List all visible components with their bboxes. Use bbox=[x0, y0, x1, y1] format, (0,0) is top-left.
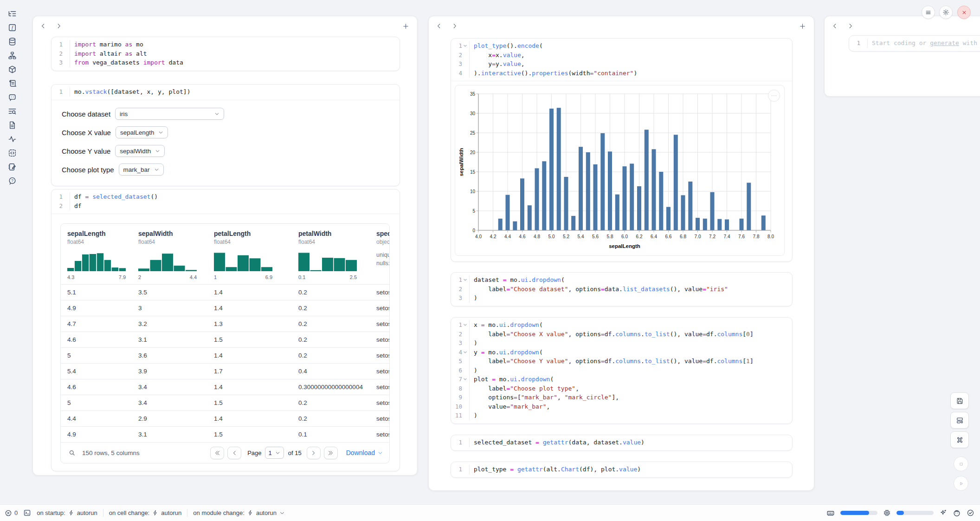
ai-assistant-button[interactable] bbox=[939, 509, 947, 517]
fold-icon[interactable] bbox=[462, 350, 468, 354]
download-button[interactable]: Download bbox=[346, 449, 383, 456]
bar-chart[interactable]: 4.04.24.44.64.85.05.25.45.65.86.06.26.46… bbox=[458, 88, 783, 252]
column-forward-button[interactable] bbox=[53, 20, 64, 32]
cell-vstack[interactable]: 1mo.vstack([dataset, x, y, plot]) Choose… bbox=[51, 84, 400, 186]
sidebar-icon-snippets[interactable] bbox=[5, 121, 19, 130]
sidebar-icon-tracing[interactable] bbox=[5, 135, 19, 143]
svg-text:6.6: 6.6 bbox=[665, 234, 672, 239]
sidebar-icon-ai-chat[interactable] bbox=[5, 93, 19, 102]
save-button[interactable] bbox=[950, 392, 969, 409]
copilot-button[interactable] bbox=[953, 509, 961, 517]
chart-menu-button[interactable] bbox=[768, 90, 780, 102]
fold-icon[interactable] bbox=[462, 323, 468, 327]
cell-xy-plot-dropdowns[interactable]: 1x = mo.ui.dropdown(2 label="Choose X va… bbox=[451, 317, 793, 424]
svg-text:4.4: 4.4 bbox=[504, 234, 511, 239]
cell-dataframe[interactable]: 1df = selected_dataset()2df sepalLengthf… bbox=[51, 189, 400, 471]
column-back-button[interactable] bbox=[829, 20, 840, 32]
add-cell-button[interactable] bbox=[796, 20, 808, 32]
table-row[interactable]: 4.931.40.2setosa bbox=[61, 300, 389, 316]
last-page-button[interactable] bbox=[324, 447, 338, 459]
svg-text:30: 30 bbox=[470, 111, 476, 116]
sidebar-icon-scratchpad[interactable] bbox=[5, 163, 19, 171]
svg-text:4.6: 4.6 bbox=[519, 234, 526, 239]
page-select[interactable]: 1 bbox=[265, 447, 284, 459]
column-histogram[interactable] bbox=[67, 251, 132, 273]
column-dtype: object bbox=[376, 239, 389, 245]
table-cell: setosa bbox=[370, 305, 389, 312]
table-row[interactable]: 53.41.50.2setosa bbox=[61, 395, 389, 410]
keyboard-shortcuts-button[interactable] bbox=[950, 431, 969, 448]
cell-dataset-dropdown[interactable]: 1dataset = mo.ui.dropdown(2 label="Choos… bbox=[451, 272, 793, 306]
svg-text:0: 0 bbox=[472, 228, 475, 233]
runtime-startup-mode[interactable]: on startup: autorun bbox=[37, 509, 97, 516]
column-header-petalLength[interactable]: petalLengthfloat6416.9 bbox=[207, 230, 292, 280]
y-value-select[interactable]: sepalWidth bbox=[115, 145, 165, 157]
error-count-badge[interactable]: 0 bbox=[5, 509, 18, 517]
column-histogram[interactable] bbox=[298, 251, 370, 273]
table-cell: 3.4 bbox=[132, 399, 207, 406]
table-row[interactable]: 4.63.41.40.30000000000000004setosa bbox=[61, 379, 389, 395]
add-cell-button[interactable] bbox=[400, 20, 412, 32]
column-header-petalWidth[interactable]: petalWidthfloat640.12.5 bbox=[292, 230, 370, 280]
sidebar-icon-functions[interactable]: f bbox=[5, 23, 19, 32]
sidebar-icon-help[interactable]: ? bbox=[5, 176, 19, 185]
runtime-module-change-mode[interactable]: on module change: autorun bbox=[193, 509, 285, 516]
settings-button[interactable] bbox=[939, 6, 953, 19]
table-row[interactable]: 4.63.11.50.2setosa bbox=[61, 332, 389, 347]
svg-text:10: 10 bbox=[470, 189, 476, 194]
table-row[interactable]: 4.42.91.40.2setosa bbox=[61, 410, 389, 426]
sidebar-icon-documentation[interactable] bbox=[5, 107, 19, 116]
dataset-select[interactable]: iris bbox=[115, 108, 224, 120]
cell-selected-dataset[interactable]: 1selected_dataset = getattr(data, datase… bbox=[451, 435, 793, 451]
stop-button[interactable] bbox=[954, 456, 968, 471]
cell-plot[interactable]: 1plot_type().encode(2 x=x.value,3 y=y.va… bbox=[451, 38, 793, 262]
table-cell: setosa bbox=[370, 336, 389, 343]
terminal-button[interactable] bbox=[23, 509, 31, 517]
plot-type-select[interactable]: mark_bar bbox=[119, 163, 164, 176]
chevron-right-icon bbox=[56, 23, 62, 29]
chevron-down-icon bbox=[275, 450, 280, 456]
connection-status[interactable] bbox=[967, 509, 974, 517]
layout-button[interactable] bbox=[950, 412, 969, 429]
run-all-button[interactable] bbox=[954, 476, 968, 491]
fold-icon[interactable] bbox=[462, 377, 468, 381]
cell-empty-new[interactable]: 1Start coding or generate with AI. bbox=[849, 35, 980, 52]
layout-icon bbox=[956, 417, 964, 424]
column-header-species[interactable]: speciesobjectunique:nulls: bbox=[370, 230, 389, 280]
code-line: 9 options=["mark_bar", "mark_circle"], bbox=[451, 393, 792, 402]
prev-page-button[interactable] bbox=[227, 447, 241, 459]
column-header-sepalWidth[interactable]: sepalWidthfloat6424.4 bbox=[132, 230, 207, 280]
sidebar-icon-logs[interactable] bbox=[5, 79, 19, 88]
column-back-button[interactable] bbox=[38, 20, 49, 32]
dropdown-row: Choose X valuesepalLength bbox=[62, 126, 390, 139]
cell-imports[interactable]: 1import marimo as mo2import altair as al… bbox=[51, 37, 400, 71]
table-row[interactable]: 4.93.11.50.1setosa bbox=[61, 426, 389, 442]
table-search-button[interactable] bbox=[68, 449, 76, 456]
line-number: 1 bbox=[52, 88, 63, 95]
table-row[interactable]: 5.13.51.40.2setosa bbox=[61, 284, 389, 300]
cell-plot-type[interactable]: 1plot_type = getattr(alt.Chart(df), plot… bbox=[451, 462, 793, 478]
column-header-sepalLength[interactable]: sepalLengthfloat644.37.9 bbox=[61, 230, 132, 280]
line-number: 1 bbox=[849, 39, 860, 46]
column-forward-button[interactable] bbox=[449, 20, 460, 32]
sidebar-icon-data-sources[interactable] bbox=[5, 37, 19, 46]
column-back-button[interactable] bbox=[433, 20, 445, 32]
sidebar-icon-packages[interactable] bbox=[5, 65, 19, 74]
table-row[interactable]: 4.73.21.30.2setosa bbox=[61, 316, 389, 332]
sidebar-icon-dependency-graph[interactable] bbox=[5, 51, 19, 60]
sidebar-icon-outputs[interactable] bbox=[5, 149, 19, 157]
column-forward-button[interactable] bbox=[845, 20, 856, 32]
fold-icon[interactable] bbox=[462, 278, 468, 282]
shutdown-button[interactable] bbox=[957, 6, 971, 19]
x-value-select[interactable]: sepalLength bbox=[116, 126, 168, 138]
notebook-menu-button[interactable] bbox=[922, 6, 935, 19]
next-page-button[interactable] bbox=[307, 447, 321, 459]
fold-icon[interactable] bbox=[462, 44, 468, 48]
table-row[interactable]: 5.43.91.70.4setosa bbox=[61, 363, 389, 379]
sidebar-icon-file-explorer[interactable] bbox=[5, 9, 19, 18]
table-row[interactable]: 53.61.40.2setosa bbox=[61, 347, 389, 363]
first-page-button[interactable] bbox=[210, 447, 224, 459]
column-histogram[interactable] bbox=[214, 251, 292, 273]
runtime-cell-change-mode[interactable]: on cell change: autorun bbox=[109, 509, 182, 516]
column-histogram[interactable] bbox=[138, 251, 207, 273]
